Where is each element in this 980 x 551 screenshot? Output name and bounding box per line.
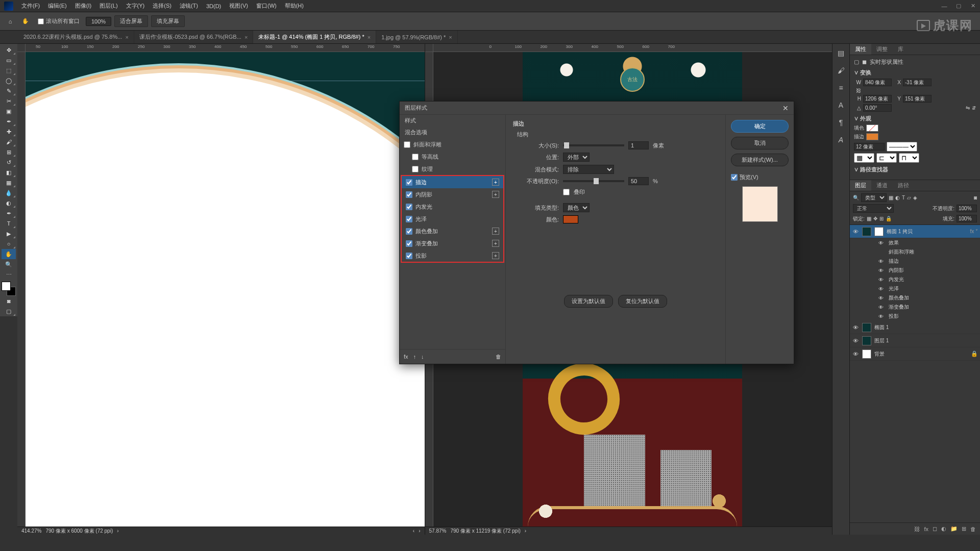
blur-tool[interactable]: 💧 [2, 188, 16, 198]
menu-edit[interactable]: 编辑(E) [44, 2, 71, 10]
eraser-tool[interactable]: ◧ [2, 167, 16, 178]
layer-fill[interactable] [957, 215, 977, 222]
stroke-width-input[interactable] [854, 143, 885, 151]
visibility-icon[interactable]: 👁 [852, 229, 859, 235]
paragraph-icon[interactable]: ≡ [836, 83, 846, 93]
chevron-right-icon[interactable]: › [525, 528, 526, 534]
doc-info[interactable]: 790 像素 x 11219 像素 (72 ppi) [450, 528, 520, 535]
frame-tool[interactable]: ▣ [2, 106, 16, 116]
doc-tab-3[interactable]: 未标题-1 @ 414% (椭圆 1 拷贝, RGB/8#) *× [253, 31, 376, 43]
opacity-slider[interactable] [563, 180, 624, 182]
blend-mode-select[interactable]: 排除 [563, 165, 614, 174]
stroke-corners[interactable]: ⊓ [899, 153, 919, 163]
effect-inner-glow[interactable]: 内发光 [402, 201, 503, 213]
overprint-checkbox[interactable] [563, 189, 570, 195]
close-window-button[interactable]: ✕ [966, 0, 980, 12]
tab-paths[interactable]: 路径 [893, 180, 914, 191]
trash-icon[interactable]: 🗑 [970, 526, 976, 532]
menu-view[interactable]: 视图(V) [225, 2, 252, 10]
stroke-swatch[interactable] [866, 133, 878, 140]
zoom-tool[interactable]: 🔍 [2, 259, 16, 269]
layer-1[interactable]: 👁 图层 1 [850, 334, 980, 347]
adjustment-icon[interactable]: ◐ [941, 525, 946, 532]
tab-channels[interactable]: 通道 [871, 180, 893, 191]
tab-properties[interactable]: 属性 [850, 44, 871, 55]
fit-screen-button[interactable]: 适合屏幕 [114, 15, 148, 27]
flip-v-icon[interactable]: ⇵ [972, 105, 976, 111]
eyedropper-tool[interactable]: ✒ [2, 116, 16, 127]
menu-layer[interactable]: 图层(L) [95, 2, 121, 10]
menu-image[interactable]: 图像(I) [71, 2, 95, 10]
size-slider[interactable] [563, 144, 624, 146]
cancel-button[interactable]: 取消 [731, 137, 789, 149]
fill-swatch[interactable] [866, 124, 878, 132]
menu-filter[interactable]: 滤镜(T) [176, 2, 202, 10]
screen-mode[interactable]: ▢ [2, 306, 16, 316]
quick-mask[interactable]: ◙ [2, 296, 16, 306]
filter-type-icon[interactable]: T [902, 195, 905, 201]
menu-select[interactable]: 选择(S) [149, 2, 176, 10]
crop-tool[interactable]: ✂ [2, 96, 16, 106]
effect-satin[interactable]: 光泽 [402, 213, 503, 225]
history-icon[interactable]: ▤ [836, 48, 846, 58]
lock-icon[interactable]: 🔒 [971, 350, 978, 357]
stroke-style-select[interactable]: ——— [887, 142, 917, 152]
fx-inner-glow[interactable]: 👁内发光 [850, 275, 980, 284]
shape-tool[interactable]: ○ [2, 239, 16, 249]
fx-icon[interactable]: fx [924, 526, 928, 532]
chevron-right-icon[interactable]: › [419, 528, 420, 534]
effect-texture[interactable]: 纹理 [400, 163, 505, 175]
link-layers-icon[interactable]: ⛓ [914, 526, 920, 532]
size-input[interactable] [628, 141, 649, 149]
fx-icon[interactable]: fx [404, 354, 408, 360]
tab-adjustments[interactable]: 调整 [871, 44, 893, 55]
opacity-input[interactable] [628, 177, 649, 185]
menu-window[interactable]: 窗口(W) [252, 2, 281, 10]
plus-icon[interactable]: + [492, 252, 499, 259]
dodge-tool[interactable]: ◐ [2, 198, 16, 208]
menu-3d[interactable]: 3D(D) [202, 3, 225, 9]
lock-artboard-icon[interactable]: ⊞ [879, 216, 884, 221]
doc-tab-2[interactable]: 课后作业模板-0523.psd @ 66.7%(RGB...× [134, 31, 254, 43]
flip-h-icon[interactable]: ⇋ [966, 105, 970, 111]
layer-opacity[interactable] [957, 205, 977, 212]
home-icon[interactable]: ⌂ [4, 15, 16, 28]
doc-info[interactable]: 790 像素 x 6000 像素 (72 ppi) [45, 528, 113, 535]
close-icon[interactable]: × [449, 34, 452, 40]
gradient-tool[interactable]: ▦ [2, 178, 16, 188]
fx-gradient-overlay[interactable]: 👁渐变叠加 [850, 303, 980, 312]
link-icon[interactable]: ⛓ [854, 88, 861, 93]
fx-bevel[interactable]: 斜面和浮雕 [850, 247, 980, 257]
trash-icon[interactable]: 🗑 [496, 354, 501, 360]
plus-icon[interactable]: + [492, 179, 499, 186]
hand-tool-icon[interactable]: ✋ [19, 15, 32, 28]
quick-select-tool[interactable]: ✎ [2, 86, 16, 96]
hand-tool[interactable]: ✋ [2, 249, 16, 259]
lock-position-icon[interactable]: ✥ [873, 216, 877, 221]
canvas-left[interactable] [26, 52, 425, 527]
filter-adjust-icon[interactable]: ◐ [895, 195, 900, 201]
marquee-tool[interactable]: ⬚ [2, 65, 16, 76]
down-icon[interactable]: ↓ [421, 354, 424, 360]
fx-satin[interactable]: 👁光泽 [850, 284, 980, 293]
fx-badge[interactable]: fx ˅ [970, 229, 978, 234]
menu-type[interactable]: 文字(Y) [122, 2, 149, 10]
filter-kind[interactable]: 类型 [861, 193, 887, 202]
visibility-icon[interactable]: 👁 [852, 324, 859, 331]
plus-icon[interactable]: + [492, 191, 499, 198]
fill-type-select[interactable]: 颜色 [563, 203, 590, 212]
filter-toggle[interactable]: ◙ [974, 195, 977, 201]
styles-header[interactable]: 样式 [400, 115, 505, 127]
scroll-all-checkbox[interactable]: 滚动所有窗口 [35, 17, 83, 25]
lock-all-icon[interactable]: 🔒 [886, 216, 892, 221]
new-style-button[interactable]: 新建样式(W)... [731, 154, 789, 166]
ruler-vertical[interactable] [17, 52, 26, 527]
maximize-button[interactable]: ▢ [951, 0, 966, 12]
layer-ellipse[interactable]: 👁 椭圆 1 [850, 321, 980, 334]
stamp-tool[interactable]: ⊞ [2, 147, 16, 157]
filter-shape-icon[interactable]: ▱ [907, 195, 911, 201]
fx-color-overlay[interactable]: 👁颜色叠加 [850, 293, 980, 303]
search-icon[interactable]: 🔍 [853, 195, 859, 201]
effect-drop-shadow[interactable]: 投影+ [402, 249, 503, 262]
new-layer-icon[interactable]: ⊞ [962, 525, 966, 532]
